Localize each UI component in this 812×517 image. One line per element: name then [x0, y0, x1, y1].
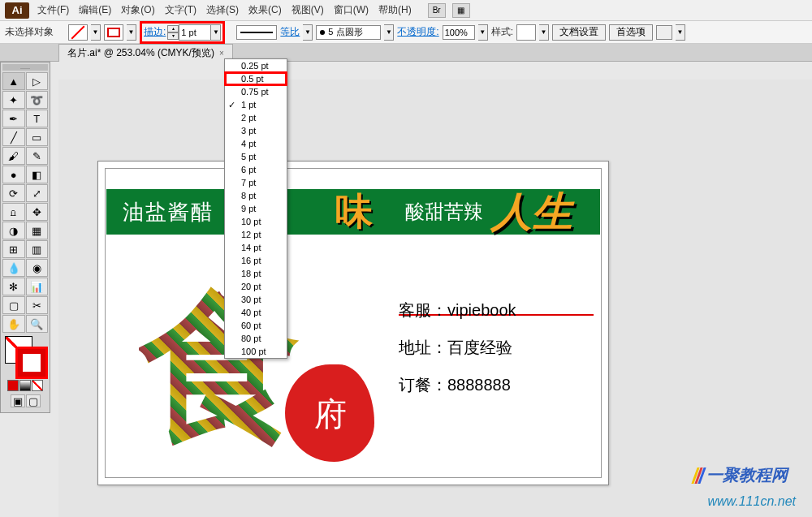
slice-tool[interactable]: ✂: [26, 296, 49, 314]
toolbox-handle[interactable]: [2, 64, 48, 71]
stroke-weight-dropdown: 0.25 pt0.5 pt0.75 pt1 pt2 pt3 pt4 pt5 pt…: [224, 58, 287, 359]
stroke-weight-option[interactable]: 60 pt: [225, 319, 287, 332]
info-order-label: 订餐：: [399, 376, 447, 394]
none-mode-icon[interactable]: [32, 380, 43, 391]
menu-edit[interactable]: 编辑(E): [79, 3, 111, 17]
canvas[interactable]: 油盐酱醋 味 酸甜苦辣 人生 食 府 客服：vipiebook 地址：百度经验 …: [58, 80, 812, 517]
brush-definition[interactable]: 5 点圆形: [316, 25, 381, 40]
magic-wand-tool[interactable]: ✦: [2, 91, 25, 109]
symbol-sprayer-tool[interactable]: ✻: [2, 278, 25, 295]
eraser-tool[interactable]: ◧: [26, 166, 49, 183]
pen-tool[interactable]: ✒: [2, 110, 25, 127]
lasso-tool[interactable]: ➰: [26, 91, 49, 109]
stroke-weight-option[interactable]: 14 pt: [225, 241, 287, 254]
stroke-weight-dropdown-icon[interactable]: ▼: [211, 24, 221, 41]
pencil-tool[interactable]: ✎: [26, 147, 49, 165]
fill-swatch[interactable]: [68, 24, 88, 41]
stroke-weight-option[interactable]: 0.25 pt: [225, 59, 287, 72]
stroke-indicator[interactable]: [18, 349, 45, 377]
rotate-tool[interactable]: ⟳: [2, 184, 25, 202]
stroke-swatch[interactable]: [104, 24, 123, 41]
menu-window[interactable]: 窗口(W): [334, 3, 369, 17]
stroke-weight-option[interactable]: 8 pt: [225, 189, 287, 202]
graph-tool[interactable]: 📊: [26, 278, 49, 295]
fill-dropdown-icon[interactable]: ▼: [91, 24, 101, 41]
menu-effect[interactable]: 效果(C): [248, 3, 282, 17]
stroke-weight-option[interactable]: 4 pt: [225, 137, 287, 150]
stroke-weight-option[interactable]: 12 pt: [225, 228, 287, 241]
watermark-brand: 一聚教程网: [694, 464, 788, 486]
gradient-tool[interactable]: ▥: [26, 240, 49, 258]
stroke-weight-option[interactable]: 16 pt: [225, 254, 287, 267]
stroke-weight-option[interactable]: 5 pt: [225, 150, 287, 163]
menu-file[interactable]: 文件(F): [37, 3, 69, 17]
stroke-label[interactable]: 描边:: [144, 25, 166, 39]
opacity-label[interactable]: 不透明度:: [397, 25, 438, 39]
document-tab[interactable]: 名片.ai* @ 253.04% (CMYK/预览) ×: [58, 44, 233, 62]
opacity-dropdown-icon[interactable]: ▼: [478, 24, 488, 41]
shape-builder-tool[interactable]: ◑: [2, 222, 25, 239]
stroke-stepper[interactable]: ▴▾: [167, 25, 179, 40]
variable-width-profile[interactable]: [236, 25, 277, 40]
blob-brush-tool[interactable]: ●: [2, 166, 25, 183]
brush-dropdown-icon[interactable]: ▼: [384, 24, 394, 41]
menu-type[interactable]: 文字(T): [165, 3, 197, 17]
stroke-weight-option[interactable]: 10 pt: [225, 215, 287, 228]
stroke-weight-option[interactable]: 7 pt: [225, 176, 287, 189]
line-tool[interactable]: ╱: [2, 128, 25, 146]
profile-dropdown-icon[interactable]: ▼: [303, 24, 313, 41]
menu-view[interactable]: 视图(V): [292, 3, 324, 17]
bridge-icon[interactable]: Br: [428, 3, 446, 18]
paintbrush-tool[interactable]: 🖌: [2, 147, 25, 165]
align-panel-icon[interactable]: [656, 25, 672, 40]
blend-tool[interactable]: ◉: [26, 259, 49, 277]
doc-setup-button[interactable]: 文档设置: [552, 24, 606, 41]
stroke-weight-option[interactable]: 2 pt: [225, 111, 287, 124]
stroke-weight-option[interactable]: 100 pt: [225, 345, 287, 358]
fullscreen-mode-icon[interactable]: ▢: [26, 394, 41, 407]
stroke-weight-option[interactable]: 3 pt: [225, 124, 287, 137]
stroke-dropdown-icon[interactable]: ▼: [127, 24, 136, 41]
scale-tool[interactable]: ⤢: [26, 184, 49, 202]
align-dropdown-icon[interactable]: ▼: [676, 24, 685, 41]
stroke-weight-option[interactable]: 1 pt: [225, 98, 287, 111]
selection-tool[interactable]: ▲: [2, 72, 25, 90]
stroke-weight-input[interactable]: [179, 24, 211, 41]
opacity-input[interactable]: [443, 25, 475, 40]
style-dropdown-icon[interactable]: ▼: [539, 24, 549, 41]
rectangle-tool[interactable]: ▭: [26, 128, 49, 146]
arrange-icon[interactable]: ▦: [452, 3, 470, 18]
eyedropper-tool[interactable]: 💧: [2, 259, 25, 277]
close-icon[interactable]: ×: [219, 49, 224, 58]
stroke-weight-option[interactable]: 20 pt: [225, 280, 287, 293]
gradient-mode-icon[interactable]: [19, 380, 31, 391]
profile-label[interactable]: 等比: [280, 25, 300, 39]
stroke-weight-option[interactable]: 40 pt: [225, 306, 287, 319]
normal-mode-icon[interactable]: ▣: [11, 394, 25, 407]
menu-object[interactable]: 对象(O): [121, 3, 154, 17]
graphic-style-swatch[interactable]: [516, 24, 536, 41]
preferences-button[interactable]: 首选项: [609, 24, 653, 41]
menu-help[interactable]: 帮助(H): [378, 3, 412, 17]
zoom-tool[interactable]: 🔍: [26, 315, 49, 333]
type-tool[interactable]: T: [26, 110, 49, 127]
width-tool[interactable]: ⩍: [2, 203, 25, 221]
stroke-weight-option[interactable]: 80 pt: [225, 332, 287, 345]
hand-tool[interactable]: ✋: [2, 315, 25, 333]
direct-selection-tool[interactable]: ▷: [26, 72, 49, 90]
mesh-tool[interactable]: ⊞: [2, 240, 25, 258]
fill-stroke-indicator[interactable]: [5, 336, 45, 377]
color-mode-icon[interactable]: [7, 380, 19, 391]
info-kefu-label: 客服：: [399, 301, 447, 319]
stroke-weight-option[interactable]: 6 pt: [225, 163, 287, 176]
stroke-weight-option[interactable]: 0.75 pt: [225, 85, 287, 98]
artboard-tool[interactable]: ▢: [2, 296, 25, 314]
stroke-weight-option[interactable]: 0.5 pt: [225, 72, 287, 85]
free-transform-tool[interactable]: ✥: [26, 203, 49, 221]
stroke-weight-option[interactable]: 30 pt: [225, 293, 287, 306]
menu-select[interactable]: 选择(S): [206, 3, 239, 17]
stroke-weight-option[interactable]: 18 pt: [225, 267, 287, 280]
band-text-1: 油盐酱醋: [123, 198, 214, 226]
stroke-weight-option[interactable]: 9 pt: [225, 202, 287, 215]
perspective-tool[interactable]: ▦: [26, 222, 49, 239]
